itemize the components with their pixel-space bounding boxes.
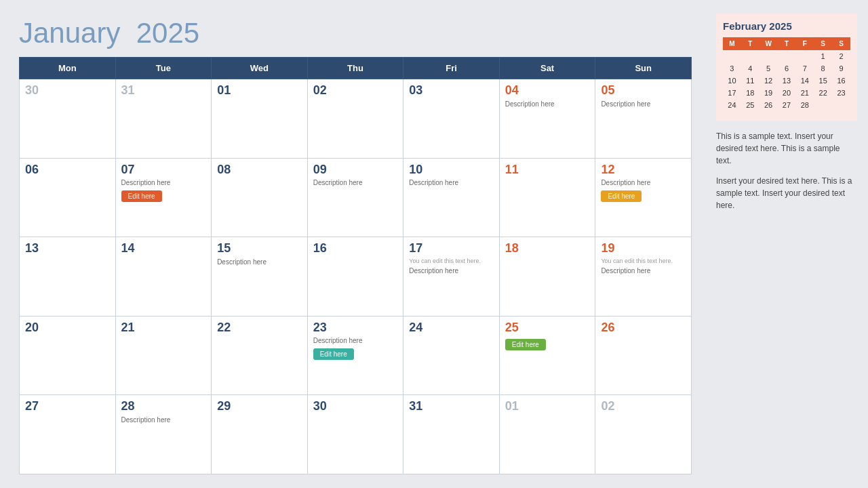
mini-cal-cell bbox=[741, 50, 760, 62]
day-number: 29 bbox=[217, 399, 302, 414]
weekday-header: Fri bbox=[403, 58, 500, 79]
calendar-cell: 07Description hereEdit here bbox=[115, 158, 212, 237]
calendar-table: MonTueWedThuFriSatSun 303101020304Descri… bbox=[19, 57, 692, 474]
month-title: January 2025 bbox=[19, 19, 692, 47]
mini-cal-cell: 6 bbox=[778, 62, 796, 75]
mini-cal-cell: 20 bbox=[778, 87, 796, 99]
day-number: 30 bbox=[313, 399, 398, 414]
mini-cal-cell: 25 bbox=[741, 99, 760, 111]
calendar-cell: 13 bbox=[20, 237, 116, 317]
day-number: 01 bbox=[217, 83, 302, 98]
mini-calendar-box: February 2025 MTWTFSS 123456789101112131… bbox=[716, 14, 857, 121]
day-number: 16 bbox=[313, 241, 398, 256]
day-number: 17 bbox=[409, 241, 494, 256]
day-number: 19 bbox=[601, 241, 686, 256]
calendar-cell: 18 bbox=[499, 237, 595, 317]
mini-cal-cell: 18 bbox=[741, 87, 760, 99]
day-number: 24 bbox=[409, 321, 494, 336]
mini-cal-cell: 11 bbox=[741, 75, 760, 87]
mini-cal-cell: 2 bbox=[832, 50, 850, 62]
day-number: 12 bbox=[601, 163, 686, 178]
month-name: January bbox=[19, 17, 120, 49]
edit-button[interactable]: Edit here bbox=[121, 190, 162, 202]
calendar-cell: 17You can edit this text here.Descriptio… bbox=[403, 237, 500, 317]
day-number: 31 bbox=[409, 399, 494, 414]
mini-cal-cell: 7 bbox=[795, 62, 814, 75]
day-number: 28 bbox=[121, 399, 206, 414]
calendar-cell: 12Description hereEdit here bbox=[595, 158, 692, 237]
day-number: 15 bbox=[217, 241, 302, 256]
day-description: Description here bbox=[505, 100, 590, 108]
edit-button[interactable]: Edit here bbox=[505, 339, 546, 350]
day-number: 01 bbox=[505, 399, 590, 414]
day-number: 27 bbox=[25, 399, 110, 414]
calendar-cell: 02 bbox=[595, 395, 692, 474]
day-number: 25 bbox=[505, 321, 590, 336]
calendar-cell: 30 bbox=[20, 79, 116, 159]
weekday-header: Sat bbox=[499, 58, 595, 79]
day-number: 26 bbox=[601, 321, 686, 336]
mini-cal-cell: 24 bbox=[723, 99, 741, 111]
mini-cal-cell: 4 bbox=[741, 62, 760, 75]
day-number: 30 bbox=[25, 83, 110, 98]
mini-weekday-header: F bbox=[795, 37, 814, 50]
mini-cal-cell: 22 bbox=[814, 87, 832, 99]
mini-cal-cell: 26 bbox=[760, 99, 778, 111]
mini-weekday-header: S bbox=[814, 37, 832, 50]
right-panel: February 2025 MTWTFSS 123456789101112131… bbox=[705, 0, 868, 488]
calendar-cell: 10Description here bbox=[403, 158, 500, 237]
mini-cal-cell: 19 bbox=[760, 87, 778, 99]
edit-button[interactable]: Edit here bbox=[313, 348, 354, 360]
day-description: Description here bbox=[313, 337, 398, 344]
day-description: Description here bbox=[217, 258, 302, 266]
day-description: Description here bbox=[121, 416, 206, 424]
mini-cal-cell: 9 bbox=[832, 62, 850, 75]
calendar-cell: 01 bbox=[499, 395, 595, 474]
mini-cal-cell: 8 bbox=[814, 62, 832, 75]
weekday-header: Sun bbox=[595, 58, 692, 79]
calendar-cell: 06 bbox=[20, 158, 116, 237]
weekday-header: Thu bbox=[307, 58, 403, 79]
mini-cal-cell bbox=[760, 50, 778, 62]
sidebar-text-1: This is a sample text. Insert your desir… bbox=[716, 130, 857, 167]
calendar-cell: 23Description hereEdit here bbox=[307, 316, 403, 395]
calendar-cell: 19You can edit this text here.Descriptio… bbox=[595, 237, 692, 317]
calendar-cell: 30 bbox=[307, 395, 403, 474]
day-number: 02 bbox=[601, 399, 686, 414]
mini-cal-cell: 3 bbox=[723, 62, 741, 75]
day-number: 02 bbox=[313, 83, 398, 98]
day-description: Description here bbox=[313, 179, 398, 186]
mini-cal-cell bbox=[723, 50, 741, 62]
day-number: 21 bbox=[121, 321, 206, 336]
mini-cal-cell bbox=[778, 50, 796, 62]
day-number: 31 bbox=[121, 83, 206, 98]
calendar-cell: 16 bbox=[307, 237, 403, 317]
calendar-cell: 01 bbox=[212, 79, 308, 159]
day-number: 09 bbox=[313, 163, 398, 178]
calendar-cell: 26 bbox=[595, 316, 692, 395]
day-description: Description here bbox=[601, 100, 686, 108]
calendar-cell: 31 bbox=[403, 395, 500, 474]
edit-button[interactable]: Edit here bbox=[601, 190, 642, 202]
calendar-cell: 08 bbox=[212, 158, 308, 237]
mini-weekday-header: T bbox=[741, 37, 760, 50]
day-description: Description here bbox=[121, 179, 206, 186]
mini-cal-cell: 14 bbox=[795, 75, 814, 87]
calendar-cell: 24 bbox=[403, 316, 500, 395]
day-number: 11 bbox=[505, 163, 590, 178]
calendar-cell: 15Description here bbox=[212, 237, 308, 317]
day-number: 07 bbox=[121, 163, 206, 178]
day-note: You can edit this text here. bbox=[601, 258, 686, 265]
mini-weekday-header: M bbox=[723, 37, 741, 50]
mini-cal-cell: 5 bbox=[760, 62, 778, 75]
mini-cal-cell: 27 bbox=[778, 99, 796, 111]
day-number: 04 bbox=[505, 83, 590, 98]
calendar-cell: 04Description here bbox=[499, 79, 595, 159]
mini-cal-cell: 10 bbox=[723, 75, 741, 87]
calendar-cell: 21 bbox=[115, 316, 212, 395]
calendar-cell: 28Description here bbox=[115, 395, 212, 474]
calendar-cell: 25Edit here bbox=[499, 316, 595, 395]
mini-cal-cell bbox=[795, 50, 814, 62]
mini-weekday-header: W bbox=[760, 37, 778, 50]
mini-cal-cell bbox=[832, 99, 850, 111]
